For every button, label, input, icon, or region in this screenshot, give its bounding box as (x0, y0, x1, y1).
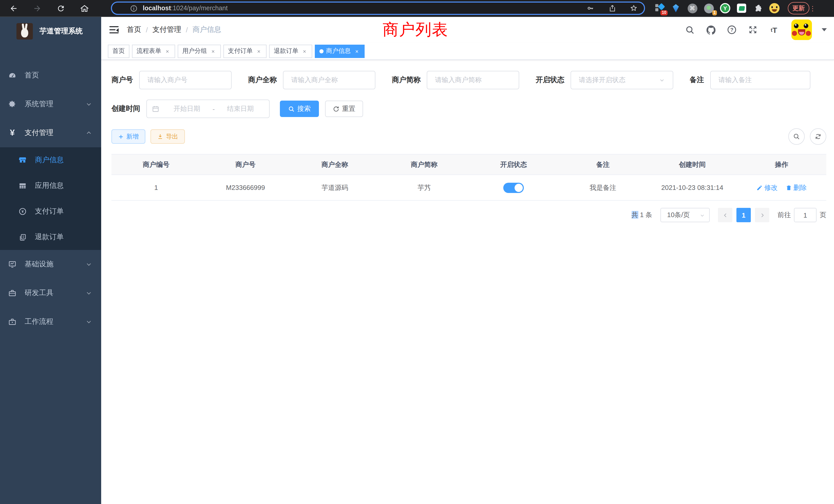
extension-command-icon[interactable]: ⌘ (687, 3, 697, 13)
status-toggle[interactable] (503, 182, 524, 193)
github-icon[interactable] (705, 24, 717, 36)
chevron-up-icon (86, 130, 92, 136)
sidebar-item-merchant-info[interactable]: 商户信息 (0, 147, 101, 173)
col-status: 开启状态 (469, 160, 558, 169)
browser-menu-kebab-icon[interactable]: ⋮ (809, 4, 816, 12)
status-label: 开启状态 (535, 75, 571, 85)
password-key-icon[interactable] (586, 3, 596, 13)
end-date-placeholder: 结束日期 (217, 104, 264, 113)
create-time-range-picker[interactable]: 开始日期 - 结束日期 (146, 99, 270, 118)
close-icon[interactable]: × (210, 48, 216, 54)
browser-extensions: 10 ⌘ 1 Y (654, 3, 780, 13)
home-icon[interactable] (79, 3, 89, 13)
screen: localhost:1024/pay/merchant 10 ⌘ 1 (0, 0, 834, 504)
chevron-down-icon (86, 319, 92, 325)
font-size-icon[interactable]: tT (768, 24, 780, 36)
sidebar-item-label: 基础设施 (25, 260, 53, 269)
help-icon[interactable]: ? (726, 24, 738, 36)
reload-icon[interactable] (56, 3, 66, 13)
update-label: 更新 (792, 4, 805, 13)
header-search-icon[interactable] (684, 24, 695, 36)
short-name-input[interactable]: 请输入商户简称 (427, 71, 519, 89)
sidebar-item-label: 支付管理 (25, 128, 53, 138)
page-size-select[interactable]: 10条/页 (660, 208, 710, 222)
user-avatar[interactable] (791, 20, 812, 40)
goto-label: 前往 (777, 210, 791, 220)
tab-refund-order[interactable]: 退款订单× (269, 44, 312, 58)
bookmark-star-icon[interactable] (629, 3, 639, 13)
delete-link[interactable]: 删除 (786, 183, 807, 192)
sidebar-item-refund-order[interactable]: 退款订单 (0, 224, 101, 250)
close-icon[interactable]: × (302, 48, 308, 54)
sidebar-item-app-info[interactable]: 应用信息 (0, 173, 101, 199)
share-icon[interactable] (607, 3, 617, 13)
sidebar-item-dev-tools[interactable]: 研发工具 (0, 279, 101, 307)
forward-icon[interactable] (32, 3, 42, 13)
back-icon[interactable] (8, 3, 19, 13)
tab-user-group[interactable]: 用户分组× (178, 44, 221, 58)
gear-icon (8, 100, 17, 108)
hide-search-button[interactable] (788, 128, 805, 145)
sidebar: 芋道管理系统 首页 系统管理 (0, 17, 101, 504)
close-icon[interactable]: × (354, 48, 360, 54)
sidebar-item-label: 首页 (25, 71, 39, 80)
tab-process-form[interactable]: 流程表单× (132, 44, 175, 58)
extension-chat-icon[interactable] (737, 3, 747, 13)
prev-page-button[interactable] (718, 208, 732, 222)
next-page-button[interactable] (755, 208, 769, 222)
close-icon[interactable]: × (164, 48, 171, 54)
merchant-no-input[interactable]: 请输入商户号 (139, 71, 232, 89)
sidebar-item-system[interactable]: 系统管理 (0, 90, 101, 118)
add-button[interactable]: 新增 (111, 129, 145, 144)
extensions-puzzle-icon[interactable] (753, 3, 763, 13)
sidebar-item-home[interactable]: 首页 (0, 61, 101, 90)
sidebar-fold-icon[interactable] (109, 26, 118, 34)
browser-profile-avatar[interactable] (769, 3, 780, 13)
tab-home[interactable]: 首页 (108, 44, 129, 58)
export-button[interactable]: 导出 (151, 129, 185, 144)
cell-short-name: 芋艿 (379, 183, 469, 192)
browser-update-button[interactable]: 更新 (788, 2, 809, 14)
briefcase-icon (8, 318, 17, 326)
fullscreen-icon[interactable] (747, 24, 759, 36)
breadcrumb-current: 商户信息 (193, 25, 221, 35)
sidebar-logo[interactable]: 芋道管理系统 (0, 17, 101, 46)
status-select[interactable]: 请选择开启状态 (571, 71, 673, 89)
sidebar-item-label: 工作流程 (25, 317, 53, 326)
extension-recorder-icon[interactable]: 1 (704, 3, 714, 13)
sidebar-item-label: 研发工具 (25, 289, 53, 298)
select-arrow-icon (699, 212, 705, 218)
grid-table-icon (19, 182, 27, 190)
breadcrumb-section[interactable]: 支付管理 (153, 25, 181, 35)
reset-button[interactable]: 重置 (325, 100, 363, 117)
edit-link[interactable]: 修改 (756, 183, 777, 192)
col-short-name: 商户简称 (379, 160, 469, 169)
col-full-name: 商户全称 (290, 160, 379, 169)
shop-icon (19, 156, 27, 164)
search-button[interactable]: 搜索 (280, 100, 319, 117)
close-icon[interactable]: × (256, 48, 262, 54)
table-header-row: 商户编号 商户号 商户全称 商户简称 开启状态 备注 创建时间 操作 (111, 155, 826, 175)
page-1-button[interactable]: 1 (737, 208, 751, 222)
sidebar-item-workflow[interactable]: 工作流程 (0, 307, 101, 336)
address-bar[interactable]: localhost:1024/pay/merchant (111, 2, 645, 15)
documents-icon (19, 233, 27, 241)
remark-input[interactable]: 请输入备注 (710, 71, 810, 89)
sidebar-item-infra[interactable]: 基础设施 (0, 250, 101, 279)
sidebar-item-pay-order[interactable]: ¥ 支付订单 (0, 199, 101, 224)
tab-pay-order[interactable]: 支付订单× (223, 44, 266, 58)
goto-page-input[interactable]: 1 (794, 208, 816, 222)
tab-merchant-info[interactable]: 商户信息× (315, 44, 365, 58)
extension-blocks-icon[interactable]: 10 (654, 3, 664, 13)
full-name-input[interactable]: 请输入商户全称 (283, 71, 375, 89)
cell-create-time: 2021-10-23 08:31:14 (648, 184, 737, 191)
refresh-button[interactable] (810, 128, 826, 145)
page-unit-label: 页 (820, 210, 826, 220)
site-info-icon[interactable] (128, 3, 139, 13)
breadcrumb-home[interactable]: 首页 (127, 25, 141, 35)
avatar-caret-down-icon[interactable] (822, 28, 827, 31)
extension-gem-icon[interactable] (671, 3, 681, 13)
extension-vue-icon[interactable]: Y (720, 3, 730, 13)
sidebar-item-pay[interactable]: ¥ 支付管理 (0, 118, 101, 147)
filter-row-1: 商户号 请输入商户号 商户全称 请输入商户全称 商户简称 请输入商户简称 开启状… (111, 71, 826, 89)
